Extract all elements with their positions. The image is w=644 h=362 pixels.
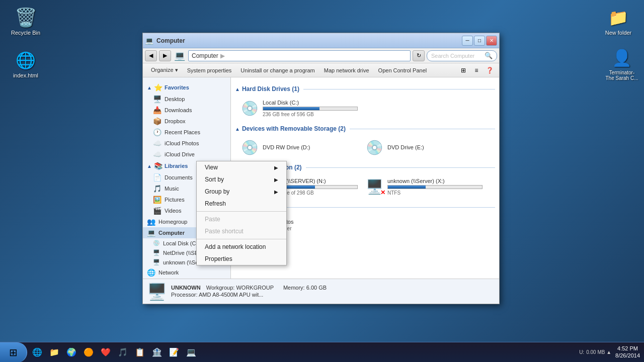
forward-button[interactable]: ▶ (159, 50, 171, 61)
taskbar-music-icon[interactable]: 🎵 (115, 344, 131, 360)
view-list-button[interactable]: ≡ (471, 65, 482, 76)
terminator-icon[interactable]: 👤 Terminator-The Sarah C... (604, 48, 640, 81)
hard-disk-section-header: ▲ Hard Disk Drives (1) (235, 85, 495, 93)
sidebar-item-icloud-drive[interactable]: ☁️ iCloud Drive (143, 149, 230, 160)
clock: 4:52 PM 8/26/2014 (615, 345, 640, 358)
back-button[interactable]: ◀ (145, 50, 157, 61)
sys-tray: U: 0.00 MB ▲ (579, 349, 611, 355)
dvd-drive-icon: 💿 (366, 139, 383, 156)
removable-section-header: ▲ Devices with Removable Storage (2) (235, 125, 495, 132)
refresh-button[interactable]: ↻ (413, 50, 425, 61)
unknown-server-progress (388, 186, 426, 189)
disconnected-icon: ✕ (380, 189, 385, 196)
minimize-button[interactable]: ─ (462, 36, 473, 46)
sidebar-item-dropbox[interactable]: 📦 Dropbox (143, 116, 230, 127)
address-path[interactable]: Computer ▶ (188, 50, 411, 61)
unknown-server-item[interactable]: 🖥️ ✕ unknown (\\Server) (X:) NTFS (364, 176, 485, 198)
taskbar-app10-icon[interactable]: 💻 (183, 344, 199, 360)
local-disk-c-item[interactable]: 💿 Local Disk (C:) 236 GB free of 596 GB (239, 98, 360, 119)
context-menu-properties[interactable]: Properties (197, 253, 286, 265)
sidebar-item-desktop[interactable]: 🖥️ Desktop (143, 94, 230, 105)
dvd-drive-item[interactable]: 💿 DVD Drive (E:) (364, 137, 485, 158)
unknown-server-info: unknown (\\Server) (X:) NTFS (387, 178, 482, 196)
dvd-rw-icon: 💿 (241, 139, 259, 156)
removable-drives-grid: 💿 DVD RW Drive (D:) 💿 DVD Drive (E:) (235, 135, 495, 160)
new-folder-icon[interactable]: 📁 New folder (600, 8, 636, 36)
unknown-server-progress-container (387, 185, 482, 189)
view-tiles-button[interactable]: ⊞ (458, 65, 469, 76)
context-menu-add-network[interactable]: Add a network location (197, 241, 286, 253)
taskbar-app9-icon[interactable]: 📝 (166, 344, 182, 360)
taskbar-icons: 🌐 📁 🌍 🟠 ❤️ 🎵 📋 🏦 📝 💻 (27, 344, 201, 360)
sort-submenu-arrow: ▶ (274, 177, 278, 183)
start-button[interactable]: ⊞ (0, 342, 27, 363)
status-info: UNKNOWN Workgroup: WORKGROUP Memory: 6.0… (171, 285, 327, 299)
section-line-2 (350, 129, 495, 129)
local-disk-c-progress (263, 107, 319, 110)
context-menu-separator-1 (197, 211, 286, 212)
system-properties-button[interactable]: System properties (183, 65, 236, 76)
search-box[interactable]: Search Computer 🔍 (427, 50, 497, 61)
help-button[interactable]: ❓ (484, 65, 495, 76)
context-menu-separator-2 (197, 239, 286, 239)
taskbar-explorer-icon[interactable]: 📁 (46, 344, 62, 360)
sidebar-favorites-header[interactable]: ▲ ⭐ Favorites (143, 81, 230, 94)
window-title: Computer (156, 37, 185, 44)
taskbar-firefox-icon[interactable]: 🟠 (80, 344, 97, 360)
section-line (303, 89, 495, 89)
taskbar-ie-icon[interactable]: 🌐 (29, 344, 45, 360)
context-menu-refresh[interactable]: Refresh (197, 198, 286, 210)
close-button[interactable]: ✕ (486, 36, 497, 46)
map-drive-button[interactable]: Map network drive (320, 65, 373, 76)
address-bar: ◀ ▶ 💻 Computer ▶ ↻ Search Computer 🔍 (143, 48, 499, 63)
taskbar-right: U: 0.00 MB ▲ 4:52 PM 8/26/2014 (579, 345, 644, 358)
dvd-rw-drive-item[interactable]: 💿 DVD RW Drive (D:) (239, 137, 360, 158)
recycle-bin-icon[interactable]: 🗑️ Recycle Bin (8, 8, 44, 36)
uninstall-button[interactable]: Uninstall or change a program (236, 65, 318, 76)
view-submenu-arrow: ▶ (274, 165, 278, 170)
hard-disk-drives-grid: 💿 Local Disk (C:) 236 GB free of 596 GB (235, 96, 495, 121)
context-menu-sort-by[interactable]: Sort by ▶ (197, 173, 286, 186)
maximize-button[interactable]: □ (474, 36, 485, 46)
context-menu-paste: Paste (197, 213, 286, 225)
local-disk-c-info: Local Disk (C:) 236 GB free of 596 GB (263, 100, 358, 117)
section-line-3 (306, 167, 495, 168)
dvd-drive-info: DVD Drive (E:) (387, 144, 482, 151)
desktop: 🗑️ Recycle Bin 🌐 index.html 📁 New folder… (0, 0, 644, 362)
toolbar-right: ⊞ ≡ ❓ (458, 65, 495, 76)
sidebar-item-downloads[interactable]: 📥 Downloads (143, 105, 230, 116)
sidebar-item-icloud-photos[interactable]: ☁️ iCloud Photos (143, 138, 230, 149)
local-disk-c-icon: 💿 (241, 100, 259, 117)
context-menu-paste-shortcut: Paste shortcut (197, 225, 286, 237)
context-menu-view[interactable]: View ▶ (197, 161, 286, 173)
title-bar: 💻 Computer ─ □ ✕ (143, 33, 499, 48)
title-bar-buttons: ─ □ ✕ (462, 36, 497, 46)
taskbar-app8-icon[interactable]: 🏦 (149, 344, 165, 360)
sidebar-item-recent-places[interactable]: 🕐 Recent Places (143, 127, 230, 138)
taskbar-app7-icon[interactable]: 📋 (132, 344, 148, 360)
group-submenu-arrow: ▶ (274, 189, 278, 195)
context-menu: View ▶ Sort by ▶ Group by ▶ Refresh Past… (196, 161, 287, 265)
organize-button[interactable]: Organize ▾ (147, 65, 182, 76)
status-computer-icon: 🖥️ (147, 282, 167, 301)
taskbar-app5-icon[interactable]: ❤️ (98, 344, 114, 360)
local-disk-c-progress-container (263, 107, 358, 111)
context-menu-group-by[interactable]: Group by ▶ (197, 186, 286, 198)
section-line-4 (271, 207, 495, 208)
taskbar-chrome-icon[interactable]: 🌍 (63, 344, 79, 360)
status-bar: 🖥️ UNKNOWN Workgroup: WORKGROUP Memory: … (143, 279, 499, 304)
toolbar: Organize ▾ System properties Uninstall o… (143, 63, 499, 77)
dvd-rw-info: DVD RW Drive (D:) (263, 144, 358, 151)
index-html-icon[interactable]: 🌐 index.html (8, 50, 44, 78)
taskbar: ⊞ 🌐 📁 🌍 🟠 ❤️ 🎵 📋 🏦 📝 💻 U: 0.00 MB ▲ 4:52… (0, 342, 644, 362)
unknown-server-icon-container: 🖥️ ✕ (366, 178, 383, 195)
sidebar-item-network[interactable]: 🌐 Network (143, 267, 230, 278)
control-panel-button[interactable]: Open Control Panel (374, 65, 431, 76)
